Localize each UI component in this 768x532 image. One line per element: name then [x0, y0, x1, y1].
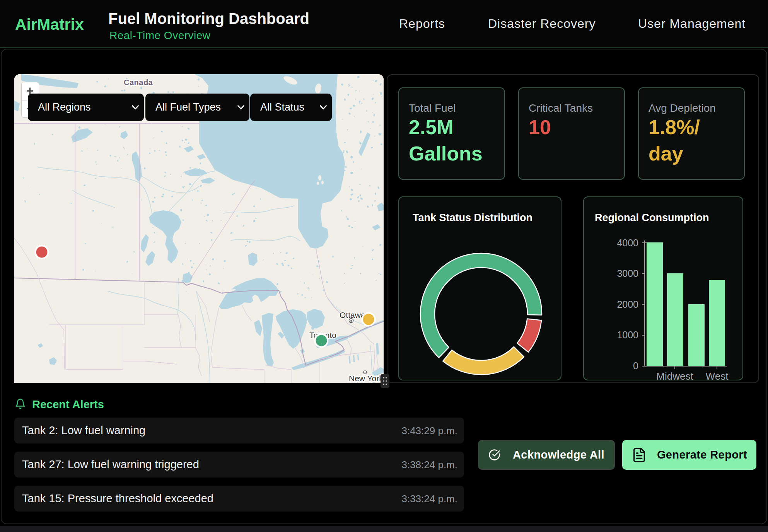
svg-text:Canada: Canada [124, 78, 153, 87]
svg-text:Ottawa: Ottawa [340, 310, 365, 319]
svg-text:4000: 4000 [617, 237, 638, 248]
svg-text:0: 0 [633, 360, 638, 371]
svg-text:3000: 3000 [617, 268, 638, 279]
svg-text:West: West [706, 370, 729, 381]
svg-text:Midwest: Midwest [656, 370, 693, 381]
svg-text:2000: 2000 [617, 299, 638, 310]
svg-text:New York: New York [349, 374, 383, 383]
svg-text:1000: 1000 [617, 329, 638, 340]
